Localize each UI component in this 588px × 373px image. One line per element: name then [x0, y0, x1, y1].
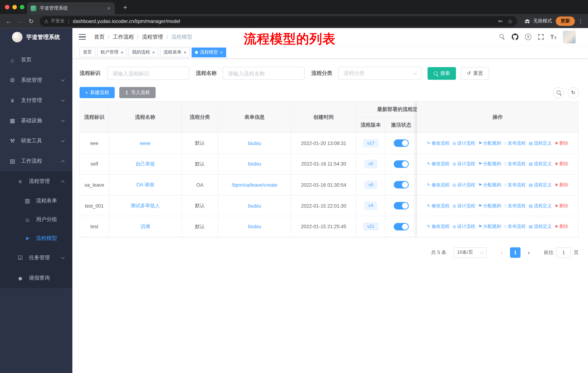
process-name-link[interactable]: eeee [140, 141, 151, 146]
tag-close-icon[interactable]: × [152, 50, 155, 55]
action-definition-link[interactable]: ▤流程定义 [529, 182, 552, 188]
active-toggle[interactable] [394, 181, 409, 189]
breadcrumb-item[interactable]: 工作流程 [113, 33, 134, 40]
forward-icon[interactable]: → [14, 15, 26, 27]
fullscreen-icon[interactable] [538, 34, 544, 40]
action-modify-link[interactable]: ✎修改流程 [427, 223, 450, 230]
goto-page-input[interactable] [556, 247, 571, 258]
action-assign-link[interactable]: ⚑分配规则 [478, 223, 501, 230]
key-icon[interactable] [497, 18, 503, 24]
process-name-link[interactable]: 滔博 [140, 223, 150, 230]
prev-page-button[interactable]: ‹ [496, 247, 507, 258]
action-delete-link[interactable]: ✖删除 [555, 223, 568, 230]
breadcrumb-item[interactable]: 流程管理 [142, 33, 163, 40]
reload-icon[interactable]: ↻ [26, 15, 37, 27]
sidebar-item-workflow[interactable]: ▤工作流程 [0, 151, 72, 171]
sidebar-item-leave-query[interactable]: ☻请假查询 [0, 268, 72, 288]
action-design-link[interactable]: ◎设计流程 [452, 223, 475, 230]
maximize-window-icon[interactable] [20, 5, 24, 10]
action-assign-link[interactable]: ⚑分配规则 [478, 182, 501, 188]
action-modify-link[interactable]: ✎修改流程 [427, 161, 450, 167]
action-design-link[interactable]: ◎设计流程 [452, 140, 475, 146]
action-definition-link[interactable]: ▤流程定义 [529, 140, 552, 146]
sidebar-item-system[interactable]: ⚙系统管理 [0, 70, 72, 90]
action-assign-link[interactable]: ⚑分配规则 [478, 140, 501, 146]
font-size-icon[interactable]: TT [550, 34, 556, 40]
form-info-link[interactable]: biubiu [248, 203, 261, 209]
sidebar-item-task-management[interactable]: ☑任务管理 [0, 248, 72, 268]
action-delete-link[interactable]: ✖删除 [555, 161, 568, 167]
refresh-table-button[interactable]: ↻ [568, 87, 579, 98]
sidebar-item-process-management[interactable]: ≡流程管理 [0, 171, 72, 192]
action-publish-link[interactable]: ☝发布流程 [504, 223, 526, 230]
action-delete-link[interactable]: ✖删除 [555, 182, 568, 188]
action-publish-link[interactable]: ☝发布流程 [504, 161, 526, 167]
current-page[interactable]: 1 [510, 247, 521, 258]
process-name-input[interactable] [223, 67, 304, 80]
sidebar-item-process-model[interactable]: ➤流程模型 [0, 229, 72, 248]
tab-close-icon[interactable]: × [106, 5, 111, 11]
search-icon[interactable] [499, 34, 505, 40]
action-modify-link[interactable]: ✎修改流程 [427, 202, 450, 209]
next-page-button[interactable]: › [524, 247, 534, 258]
reset-button[interactable]: ↺ 重置 [461, 67, 489, 80]
action-design-link[interactable]: ◎设计流程 [452, 182, 475, 188]
sidebar-item-process-form[interactable]: ▥流程表单 [0, 192, 72, 210]
process-name-link[interactable]: 自己审批 [136, 161, 155, 167]
action-publish-link[interactable]: ☝发布流程 [504, 140, 526, 146]
action-delete-link[interactable]: ✖删除 [555, 202, 568, 209]
browser-menu-icon[interactable]: ⋮ [578, 18, 583, 25]
minimize-window-icon[interactable] [12, 5, 17, 10]
update-button[interactable]: 更新 [556, 17, 575, 26]
sidebar-item-devtools[interactable]: ⚒研发工具 [0, 131, 72, 151]
action-assign-link[interactable]: ⚑分配规则 [478, 202, 501, 209]
process-name-link[interactable]: OA 请假 [136, 181, 154, 188]
sidebar-item-home[interactable]: ⌂首页 [0, 50, 72, 70]
action-definition-link[interactable]: ▤流程定义 [529, 161, 552, 167]
page-size-select[interactable]: 10条/页 [454, 247, 487, 258]
show-search-button[interactable] [553, 87, 564, 98]
process-key-input[interactable] [107, 67, 189, 80]
tag-process-form[interactable]: 流程表单× [160, 47, 190, 57]
close-window-icon[interactable] [5, 5, 10, 10]
sidebar-item-payment[interactable]: ¥支付管理 [0, 90, 72, 111]
active-toggle[interactable] [394, 202, 409, 210]
action-design-link[interactable]: ◎设计流程 [452, 202, 475, 209]
address-bar[interactable]: ⚠ 不安全 | dashboard.yudao.iocoder.cn/bpm/m… [40, 16, 517, 26]
new-tab-icon[interactable]: + [121, 3, 130, 12]
action-publish-link[interactable]: ☝发布流程 [504, 182, 526, 188]
action-modify-link[interactable]: ✎修改流程 [427, 140, 450, 146]
active-toggle[interactable] [394, 160, 409, 168]
back-icon[interactable]: ← [3, 15, 14, 27]
bookmark-star-icon[interactable]: ☆ [508, 18, 513, 25]
action-publish-link[interactable]: ☝发布流程 [504, 202, 526, 209]
user-avatar[interactable] [563, 30, 576, 43]
form-info-link[interactable]: biubiu [248, 141, 261, 146]
app-logo[interactable]: 芋道管理系统 [0, 28, 72, 46]
search-button[interactable]: 搜索 [427, 67, 456, 80]
process-name-link[interactable]: 测试多审批人 [130, 202, 160, 209]
tag-close-icon[interactable]: × [220, 50, 223, 55]
category-select[interactable]: 流程分类 [338, 67, 422, 80]
tag-tenant[interactable]: 租户管理× [97, 47, 127, 57]
action-modify-link[interactable]: ✎修改流程 [427, 182, 450, 188]
create-process-button[interactable]: + 新建流程 [79, 87, 115, 98]
form-info-link[interactable]: biubiu [248, 161, 261, 167]
import-process-button[interactable]: ↥ 导入流程 [119, 87, 155, 98]
browser-tab[interactable]: 芋道管理系统 × [27, 2, 115, 14]
hamburger-icon[interactable] [79, 34, 86, 40]
tag-close-icon[interactable]: × [121, 50, 123, 55]
breadcrumb-item[interactable]: 首页 [94, 33, 105, 40]
action-assign-link[interactable]: ⚑分配规则 [478, 161, 501, 167]
sidebar-item-infrastructure[interactable]: ▦基础设施 [0, 111, 72, 131]
tag-home[interactable]: 首页 [79, 47, 95, 57]
form-info-link[interactable]: biubiu [248, 224, 261, 230]
action-definition-link[interactable]: ▤流程定义 [529, 202, 552, 209]
action-delete-link[interactable]: ✖删除 [555, 140, 568, 146]
action-design-link[interactable]: ◎设计流程 [452, 161, 475, 167]
tag-process-model[interactable]: 流程模型× [192, 47, 226, 57]
active-toggle[interactable] [394, 223, 409, 230]
github-icon[interactable] [511, 33, 519, 40]
action-definition-link[interactable]: ▤流程定义 [529, 223, 552, 230]
active-toggle[interactable] [394, 140, 409, 147]
